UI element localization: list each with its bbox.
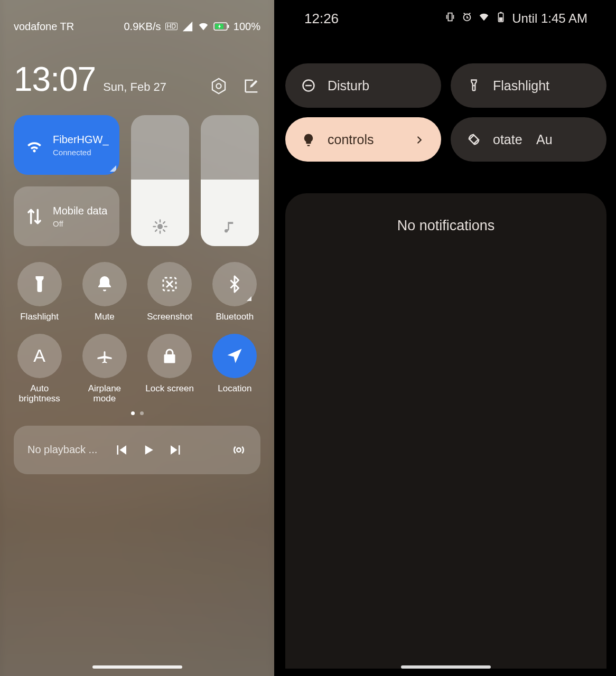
toggle-label: Airplane mode [88, 383, 121, 404]
wifi-tile[interactable]: FiberHGW_TP Connected [14, 115, 119, 175]
media-next-icon[interactable] [168, 442, 184, 458]
media-title: No playback ... [27, 444, 101, 456]
page-dots [14, 411, 260, 415]
flashlight-tile[interactable]: Flashlight [451, 63, 606, 108]
tile-label: otate Au [493, 132, 591, 147]
chevron-right-icon [414, 134, 425, 145]
time-label: 13:07 [14, 62, 96, 96]
wifi-icon [198, 21, 209, 32]
dnd-tile[interactable]: Disturb [285, 63, 441, 108]
bluetooth-circle [212, 262, 257, 306]
settings-icon[interactable] [210, 77, 228, 95]
status-bar: vodafone TR 0.9KB/s HD 100% [14, 0, 260, 53]
mute-toggle[interactable]: Mute [79, 262, 130, 322]
flashlight-icon [30, 275, 49, 294]
location-arrow-icon [225, 346, 244, 365]
quick-toggle-grid: Flashlight Mute Screenshot [14, 262, 260, 404]
notification-panel[interactable]: No notifications [285, 193, 606, 669]
lock-icon [160, 346, 179, 365]
scissors-icon [160, 275, 179, 294]
toggle-label: Mute [95, 312, 115, 322]
battery-icon [213, 22, 229, 31]
toggle-label: Location [218, 383, 251, 394]
phone-pixel: 12:26 Until 1:45 AM [276, 0, 616, 676]
svg-line-11 [163, 230, 165, 231]
expand-corner-icon [110, 165, 116, 172]
mute-circle [82, 262, 127, 306]
svg-point-4 [216, 83, 221, 88]
mobile-data-tile[interactable]: Mobile data Off [14, 186, 119, 246]
carrier-label: vodafone TR [14, 21, 74, 33]
battery-text: Until 1:45 AM [512, 11, 587, 26]
status-right: Until 1:45 AM [444, 11, 587, 26]
airplane-toggle[interactable]: Airplane mode [79, 334, 130, 404]
wifi-tile-icon [24, 135, 44, 155]
clock-block: 13:07 Sun, Feb 27 [14, 62, 166, 99]
screenshot-toggle[interactable]: Screenshot [144, 262, 195, 322]
volume-slider[interactable] [201, 115, 259, 246]
lock-screen-toggle[interactable]: Lock screen [144, 334, 195, 404]
flashlight-toggle[interactable]: Flashlight [14, 262, 65, 322]
quick-settings-grid: Disturb Flashlight controls [285, 63, 606, 162]
svg-marker-3 [212, 79, 225, 93]
airplane-circle [82, 334, 127, 378]
control-center: vodafone TR 0.9KB/s HD 100% [0, 0, 274, 676]
mobile-data-status: Off [53, 219, 107, 228]
expand-corner-icon [247, 296, 251, 301]
toggle-label: Auto brightness [18, 383, 60, 404]
auto-rotate-tile[interactable]: otate Au [451, 117, 606, 162]
clock-row: 13:07 Sun, Feb 27 [14, 62, 260, 99]
auto-brightness-toggle[interactable]: A Auto brightness [14, 334, 65, 404]
airplane-icon [95, 346, 114, 365]
tile-label: controls [328, 132, 402, 147]
date-label: Sun, Feb 27 [103, 80, 166, 99]
media-player-bar[interactable]: No playback ... [14, 426, 260, 474]
lightbulb-icon [301, 132, 316, 147]
status-right: 0.9KB/s HD 100% [124, 21, 260, 33]
location-toggle[interactable]: Location [209, 334, 260, 404]
volume-fill [201, 180, 259, 246]
media-prev-icon[interactable] [113, 442, 129, 458]
nav-handle[interactable] [92, 665, 182, 669]
sun-icon [152, 219, 168, 234]
no-notifications-label: No notifications [397, 218, 495, 669]
svg-line-10 [155, 222, 157, 223]
net-speed: 0.9KB/s [124, 21, 161, 33]
svg-rect-19 [499, 17, 502, 21]
svg-rect-18 [500, 12, 502, 13]
media-play-icon[interactable] [141, 442, 156, 458]
screenshot-circle [147, 262, 192, 306]
auto-brightness-circle: A [17, 334, 62, 378]
svg-line-13 [163, 222, 165, 223]
wifi-ssid: FiberHGW_TP [53, 134, 109, 146]
hd-icon: HD [165, 23, 178, 30]
toggle-label: Bluetooth [216, 312, 254, 322]
svg-point-5 [157, 224, 163, 229]
mobile-data-title: Mobile data [53, 205, 107, 217]
home-controls-tile[interactable]: controls [285, 117, 441, 162]
clock-actions [210, 77, 260, 99]
svg-line-12 [155, 230, 157, 231]
media-output-icon[interactable] [231, 442, 247, 458]
tile-label: Flashlight [493, 78, 591, 93]
battery-pct: 100% [234, 21, 260, 33]
mobile-data-icon [24, 206, 44, 227]
flashlight-icon [466, 78, 481, 93]
page-dot-active [131, 411, 135, 415]
edit-icon[interactable] [242, 77, 260, 95]
nav-handle[interactable] [401, 665, 491, 669]
flashlight-circle [17, 262, 62, 306]
tiles-row: FiberHGW_TP Connected Mobile data Off [14, 115, 260, 246]
bluetooth-icon [225, 275, 244, 294]
time-label: 12:26 [304, 11, 339, 27]
bluetooth-toggle[interactable]: Bluetooth [209, 262, 260, 322]
alarm-icon [461, 11, 473, 26]
signal-icon [182, 21, 193, 32]
lock-circle [147, 334, 192, 378]
brightness-slider[interactable] [131, 115, 189, 246]
status-bar: 12:26 Until 1:45 AM [285, 0, 606, 37]
big-tiles-column: FiberHGW_TP Connected Mobile data Off [14, 115, 119, 246]
dual-phone-canvas: vodafone TR 0.9KB/s HD 100% [0, 0, 616, 676]
battery-icon [495, 11, 507, 26]
page-dot [140, 411, 144, 415]
